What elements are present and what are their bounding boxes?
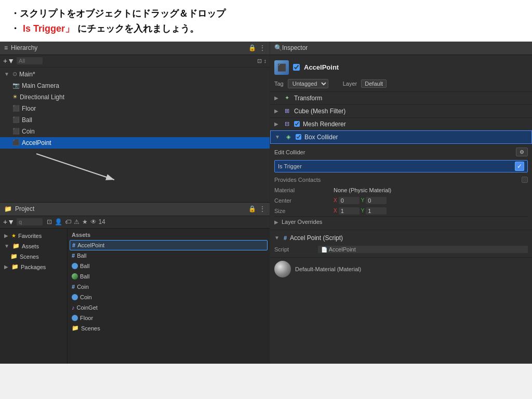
project-title: Project xyxy=(15,205,34,212)
hierarchy-lock-icon[interactable]: 🔒 xyxy=(248,44,256,51)
inspector-icon: 🔍 xyxy=(274,44,282,51)
layer-overrides-row[interactable]: ▶ Layer Overrides xyxy=(274,216,528,228)
script-header[interactable]: ▼ # Accel Point (Script) xyxy=(270,232,532,244)
favorites-label: Favorites xyxy=(18,233,42,239)
asset-label-ball-hash: Ball xyxy=(77,252,86,259)
project-search-input[interactable] xyxy=(17,218,43,225)
asset-ball-hash[interactable]: # Ball xyxy=(70,250,268,261)
is-trigger-checkbox[interactable]: ✓ xyxy=(515,162,524,171)
project-add-button[interactable]: +▼ xyxy=(3,218,15,226)
left-panel: ≡ Hierarchy 🔒 ⋮ +▼ ⊡ ↕ ▼ ⊙ Mai xyxy=(0,42,270,364)
hierarchy-add-button[interactable]: +▼ xyxy=(3,57,15,65)
size-y-input[interactable] xyxy=(366,207,387,215)
proj-icon-star[interactable]: ★ xyxy=(82,218,88,225)
transform-icon: ✦ xyxy=(283,94,291,102)
project-header-icons: 🔒 ⋮ xyxy=(248,205,265,212)
script-file-icon: 📄 xyxy=(321,247,329,252)
asset-ball-green[interactable]: Ball xyxy=(70,271,268,282)
project-sidebar-assets[interactable]: ▼ 📁 Assets xyxy=(0,241,67,251)
hierarchy-icon-2[interactable]: ↕ xyxy=(264,58,267,64)
size-row: Size X Y xyxy=(274,206,528,216)
mesh-renderer-checkbox[interactable] xyxy=(294,121,300,127)
inspector-object-name: AccelPoint xyxy=(304,63,339,71)
project-sidebar-scenes[interactable]: 📁 Scenes xyxy=(0,251,67,262)
hierarchy-icon-1[interactable]: ⊡ xyxy=(257,58,262,64)
proj-icon-person[interactable]: 👤 xyxy=(55,218,62,225)
hierarchy-item-ball[interactable]: ⬛ Ball xyxy=(0,114,270,126)
camera-icon: 📷 xyxy=(12,82,20,89)
asset-ball-circle[interactable]: Ball xyxy=(70,261,268,271)
asset-ball-icon xyxy=(72,273,78,280)
asset-hash-icon-ball: # xyxy=(72,252,75,259)
box-collider-icon: ◈ xyxy=(284,133,292,141)
proj-icon-refresh[interactable]: ⊡ xyxy=(47,218,52,225)
hierarchy-item-label-camera: Main Camera xyxy=(22,82,59,89)
proj-icon-visibility[interactable]: 👁 14 xyxy=(90,218,105,225)
asset-coinget[interactable]: ♪ CoinGet xyxy=(70,302,268,313)
provides-contacts-row: Provides Contacts xyxy=(274,175,528,185)
hierarchy-item-accelpoint[interactable]: ⬛ AccelPoint xyxy=(0,137,270,149)
provides-contacts-checkbox[interactable] xyxy=(522,177,528,183)
size-xyz: X Y xyxy=(334,207,528,215)
hierarchy-search-input[interactable] xyxy=(17,57,43,64)
asset-floor[interactable]: Floor xyxy=(70,313,268,323)
tag-label: Tag xyxy=(274,81,284,87)
asset-scenes[interactable]: 📁 Scenes xyxy=(70,323,268,334)
proj-icon-warning[interactable]: ⚠ xyxy=(74,218,79,225)
hierarchy-item-label-coin: Coin xyxy=(22,128,35,135)
layer-overrides-label: Layer Overrides xyxy=(282,219,322,225)
edit-collider-button[interactable]: ⚙ xyxy=(516,148,528,156)
material-prop-value: None (Physic Material) xyxy=(334,187,391,193)
instruction-text-2-prefix: ・ xyxy=(10,21,20,36)
hierarchy-content: ▼ ⊙ Main* 📷 Main Camera ☀ Directional Li… xyxy=(0,68,270,202)
component-transform[interactable]: ▶ ✦ Transform xyxy=(270,91,532,104)
hierarchy-item-directional-light[interactable]: ☀ Directional Light xyxy=(0,91,270,103)
hierarchy-item-main[interactable]: ▼ ⊙ Main* xyxy=(0,69,270,80)
light-icon: ☀ xyxy=(12,94,18,100)
layer-value[interactable]: Default xyxy=(361,79,387,88)
project-lock-icon[interactable]: 🔒 xyxy=(248,205,256,212)
project-sidebar-favorites[interactable]: ▶ ★ Favorites xyxy=(0,231,67,241)
component-box-collider[interactable]: ▼ ◈ Box Collider xyxy=(270,130,532,144)
mesh-renderer-label: Mesh Renderer xyxy=(303,121,346,128)
annotation-area xyxy=(0,149,270,190)
script-section: ▼ # Accel Point (Script) Script 📄 AccelP… xyxy=(270,230,532,257)
hierarchy-toolbar: +▼ ⊡ ↕ xyxy=(0,55,270,68)
project-more-icon[interactable]: ⋮ xyxy=(259,205,265,212)
component-mesh-filter[interactable]: ▶ ⊞ Cube (Mesh Filter) xyxy=(270,104,532,117)
asset-coin-hash[interactable]: # Coin xyxy=(70,282,268,292)
component-mesh-renderer[interactable]: ▶ ⊟ Mesh Renderer xyxy=(270,117,532,130)
tag-select[interactable]: Untagged xyxy=(288,79,328,88)
center-y-input[interactable] xyxy=(366,197,387,204)
inspector-active-checkbox[interactable] xyxy=(293,64,300,71)
center-y-label: Y xyxy=(361,197,365,203)
asset-folder-icon-scenes: 📁 xyxy=(72,325,79,331)
hierarchy-item-coin[interactable]: ⬛ Coin xyxy=(0,126,270,137)
hierarchy-more-icon[interactable]: ⋮ xyxy=(259,44,265,51)
hierarchy-item-floor[interactable]: ⬛ Floor xyxy=(0,103,270,114)
hierarchy-item-main-camera[interactable]: 📷 Main Camera xyxy=(0,80,270,91)
project-toolbar-icons: ⊡ 👤 🏷 ⚠ ★ 👁 14 xyxy=(47,218,105,225)
proj-icon-tag[interactable]: 🏷 xyxy=(65,218,71,225)
inspector-tag-row: Tag Untagged Layer Default xyxy=(270,78,532,91)
assets-section-title: Assets xyxy=(70,231,268,240)
unity-editor: ≡ Hierarchy 🔒 ⋮ +▼ ⊡ ↕ ▼ ⊙ Mai xyxy=(0,42,532,364)
box-collider-label: Box Collider xyxy=(304,134,338,141)
floor-cube-icon: ⬛ xyxy=(12,105,20,112)
asset-circle-icon-ball xyxy=(72,263,78,269)
is-trigger-row: Is Trigger ✓ xyxy=(274,160,528,172)
asset-hash-icon-coin: # xyxy=(72,284,75,290)
instruction-text-1: ・スクリプトをオブジェクトにドラッグ＆ドロップ xyxy=(10,6,225,21)
packages-arrow: ▶ xyxy=(4,264,8,270)
center-label: Center xyxy=(274,197,331,204)
instruction-line-1: ・スクリプトをオブジェクトにドラッグ＆ドロップ xyxy=(10,6,522,21)
hierarchy-panel: ≡ Hierarchy 🔒 ⋮ +▼ ⊡ ↕ ▼ ⊙ Mai xyxy=(0,42,270,203)
project-sidebar-packages[interactable]: ▶ 📁 Packages xyxy=(0,262,67,272)
asset-coin-circle[interactable]: Coin xyxy=(70,292,268,302)
edit-collider-row: Edit Collider ⚙ xyxy=(274,147,528,158)
asset-label-ball-circle: Ball xyxy=(80,263,89,269)
size-x-input[interactable] xyxy=(339,207,360,215)
center-x-input[interactable] xyxy=(339,197,360,204)
box-collider-checkbox[interactable] xyxy=(296,134,301,140)
asset-accelpoint[interactable]: # AccelPoint xyxy=(70,240,268,250)
